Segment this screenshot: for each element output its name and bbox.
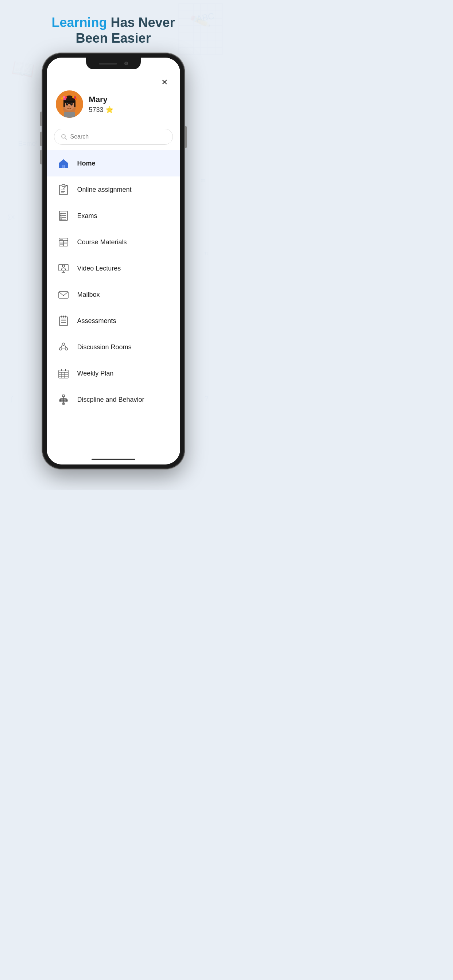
- menu-item-assessments[interactable]: Assessments: [47, 308, 180, 334]
- menu-item-mailbox[interactable]: Mailbox: [47, 282, 180, 308]
- svg-point-69: [62, 265, 65, 267]
- menu-item-discussion-rooms[interactable]: Discussion Rooms: [47, 334, 180, 360]
- discussion-icon: [57, 340, 70, 354]
- exams-icon: [57, 209, 70, 223]
- menu-label-online-assignment: Online assignment: [77, 186, 132, 194]
- svg-point-109: [60, 400, 61, 401]
- svg-text:?: ?: [204, 395, 208, 402]
- phone-screen: ✕: [47, 57, 180, 465]
- course-icon: [57, 235, 70, 249]
- svg-text:✏️: ✏️: [188, 10, 212, 32]
- discipline-icon: [57, 393, 70, 406]
- avatar: [56, 91, 83, 118]
- svg-rect-40: [64, 112, 75, 118]
- assignment-icon: [57, 183, 70, 196]
- search-bar[interactable]: [54, 129, 173, 145]
- svg-point-36: [61, 97, 64, 100]
- menu-item-exams[interactable]: Exams: [47, 203, 180, 229]
- header-title: Learning Has NeverBeen Easier: [37, 14, 189, 46]
- svg-point-114: [63, 403, 64, 404]
- menu-item-discipline-behavior[interactable]: Discpline and Behavior: [47, 387, 180, 413]
- svg-point-28: [66, 103, 68, 106]
- svg-point-32: [69, 106, 70, 107]
- svg-text:📖: 📖: [10, 56, 37, 82]
- learning-text: Learning: [51, 15, 107, 30]
- assessments-icon: [57, 314, 70, 328]
- app-content: Mary 5733 ⭐: [47, 57, 180, 465]
- search-icon: [61, 134, 67, 140]
- home-indicator: [91, 459, 135, 460]
- svg-rect-45: [62, 185, 65, 186]
- user-name: Mary: [89, 95, 113, 104]
- notch-camera: [124, 62, 128, 65]
- svg-text:E=mc²: E=mc²: [18, 140, 38, 147]
- svg-rect-73: [59, 317, 67, 326]
- svg-text:π: π: [204, 250, 208, 256]
- mail-icon: [57, 288, 70, 301]
- menu-label-discussion-rooms: Discussion Rooms: [77, 344, 132, 351]
- svg-point-31: [72, 103, 72, 104]
- svg-text:∑x: ∑x: [7, 214, 14, 220]
- phone-notch: [86, 57, 141, 69]
- calendar-icon: [57, 367, 70, 380]
- svg-point-35: [65, 96, 67, 99]
- menu-label-discipline-behavior: Discpline and Behavior: [77, 396, 144, 404]
- svg-rect-57: [61, 217, 62, 218]
- video-icon: [57, 262, 70, 275]
- svg-rect-27: [64, 100, 75, 102]
- menu-list: Home: [47, 150, 180, 413]
- close-button[interactable]: ✕: [158, 76, 171, 89]
- svg-line-86: [61, 345, 62, 348]
- home-icon: [57, 157, 70, 170]
- svg-point-39: [72, 96, 74, 98]
- svg-point-111: [65, 400, 66, 401]
- user-points: 5733 ⭐: [89, 106, 113, 114]
- menu-label-course-materials: Course Materials: [77, 239, 127, 246]
- menu-label-assessments: Assessments: [77, 317, 116, 325]
- menu-item-home[interactable]: Home: [47, 150, 180, 177]
- notch-speaker: [99, 63, 117, 65]
- menu-label-exams: Exams: [77, 212, 97, 220]
- menu-label-mailbox: Mailbox: [77, 291, 100, 299]
- svg-text:∞: ∞: [201, 177, 205, 184]
- menu-label-weekly-plan: Weekly Plan: [77, 370, 114, 377]
- menu-label-video-lectures: Video Lectures: [77, 265, 121, 272]
- phone-frame: ✕: [42, 53, 185, 469]
- menu-item-online-assignment[interactable]: Online assignment: [47, 177, 180, 203]
- menu-label-home: Home: [77, 160, 96, 167]
- svg-line-87: [65, 345, 66, 348]
- svg-line-47: [63, 188, 64, 189]
- svg-rect-58: [61, 219, 62, 220]
- menu-item-weekly-plan[interactable]: Weekly Plan: [47, 360, 180, 387]
- search-input[interactable]: [70, 134, 166, 140]
- svg-rect-100: [62, 395, 65, 397]
- user-info: Mary 5733 ⭐: [89, 95, 113, 114]
- svg-rect-43: [62, 165, 65, 168]
- svg-line-42: [65, 138, 66, 139]
- svg-point-110: [63, 400, 64, 401]
- svg-point-30: [67, 103, 68, 104]
- menu-item-course-materials[interactable]: Course Materials: [47, 229, 180, 255]
- svg-text:ABC: ABC: [196, 11, 215, 24]
- svg-rect-92: [59, 370, 68, 378]
- svg-point-83: [62, 343, 65, 345]
- svg-point-29: [70, 103, 73, 106]
- svg-point-84: [59, 348, 62, 350]
- menu-item-video-lectures[interactable]: Video Lectures: [47, 255, 180, 282]
- svg-point-38: [75, 98, 77, 100]
- svg-text:∫: ∫: [10, 395, 13, 402]
